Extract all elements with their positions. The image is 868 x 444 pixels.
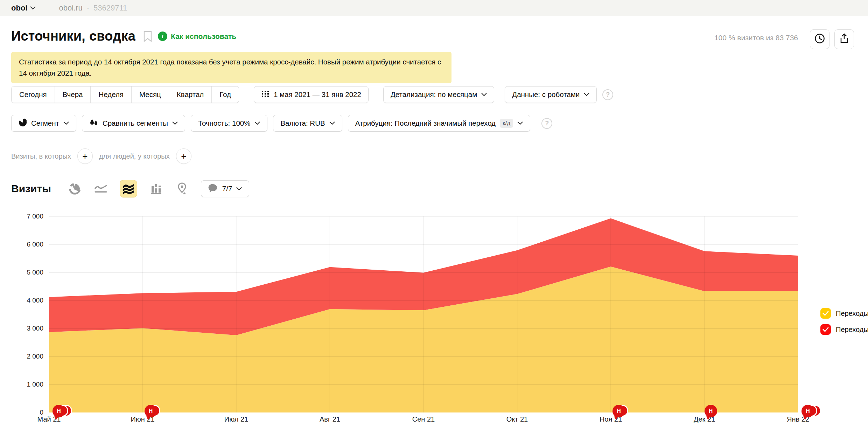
attribution-kd-badge: к/д: [500, 119, 513, 128]
map-view-button[interactable]: [175, 182, 189, 196]
visits-percentage-info: 100 % визитов из 83 736: [714, 34, 798, 42]
how-to-use-link[interactable]: i Как использовать: [158, 32, 236, 41]
note-badge-tail: [146, 416, 150, 420]
currency-dropdown[interactable]: Валюта: RUB: [273, 115, 342, 132]
page-title: Источники, сводка: [11, 29, 135, 44]
segment-pie-icon: [19, 118, 27, 129]
period-tab-2[interactable]: Неделя: [90, 86, 131, 103]
y-tick-label: 4 000: [10, 297, 43, 304]
period-tabs: СегодняВчераНеделяМесяцКварталГод: [11, 86, 239, 103]
x-tick-label: Авг 21: [320, 415, 340, 423]
counter-id: 53629711: [93, 4, 127, 13]
compare-segments-dropdown[interactable]: Сравнить сегменты: [82, 115, 185, 132]
y-tick-label: 1 000: [10, 381, 43, 388]
note-badge-icon[interactable]: Н: [145, 405, 157, 417]
site-domain[interactable]: oboi.ru: [59, 4, 82, 13]
accuracy-label: Точность: 100%: [198, 119, 250, 127]
period-tab-5[interactable]: Год: [211, 86, 239, 103]
info-icon: i: [158, 32, 167, 41]
chevron-down-icon: [30, 6, 36, 10]
note-badge-icon[interactable]: Н: [705, 405, 717, 417]
segment-label: Сегмент: [31, 119, 59, 127]
legend-checkbox-checked[interactable]: [820, 324, 831, 335]
y-tick-label: 3 000: [10, 325, 43, 332]
legend-item[interactable]: Переходы: [820, 324, 868, 335]
note-badge-tail: [614, 416, 618, 420]
chevron-down-icon: [236, 187, 242, 190]
chevron-down-icon: [584, 93, 589, 96]
attribution-label: Атрибуция: Последний значимый переход: [355, 119, 496, 127]
data-mode-label: Данные: с роботами: [512, 90, 580, 99]
y-tick-label: 7 000: [10, 213, 43, 220]
note-badge-tail: [706, 416, 710, 420]
clock-icon: [814, 33, 825, 46]
period-tab-0[interactable]: Сегодня: [12, 86, 55, 103]
stacked-area-view-button-selected[interactable]: [120, 180, 137, 197]
note-badge-tail: [54, 416, 58, 420]
bookmark-icon[interactable]: [143, 31, 152, 42]
legend-checkbox-checked[interactable]: [820, 308, 831, 319]
segment-dropdown[interactable]: Сегмент: [11, 115, 76, 132]
pie-chart-view-button[interactable]: [68, 182, 82, 196]
period-tab-1[interactable]: Вчера: [55, 86, 91, 103]
top-bar: oboi oboi.ru · 53629711: [0, 0, 868, 16]
chevron-down-icon: [517, 122, 523, 125]
x-tick-label: Сен 21: [412, 415, 435, 423]
attribution-notice-banner: Статистика за период до 14 октября 2021 …: [11, 52, 451, 83]
account-name: oboi: [11, 4, 27, 13]
export-share-icon: [839, 33, 849, 46]
date-range-label: 1 мая 2021 — 31 янв 2022: [274, 90, 361, 99]
bar-chart-view-button[interactable]: [149, 182, 163, 196]
note-badge-tail: [803, 416, 807, 420]
accuracy-dropdown[interactable]: Точность: 100%: [191, 115, 267, 132]
compare-segments-label: Сравнить сегменты: [103, 119, 168, 127]
detalization-dropdown[interactable]: Детализация: по месяцам: [383, 86, 494, 103]
currency-label: Валюта: RUB: [280, 119, 325, 127]
calendar-grid-icon: [261, 90, 270, 100]
x-tick-label: Окт 21: [506, 415, 528, 423]
speech-bubble-icon: [208, 183, 218, 194]
period-tab-4[interactable]: Квартал: [169, 86, 211, 103]
how-to-use-label: Как использовать: [171, 32, 236, 41]
note-badge-icon[interactable]: Н: [52, 405, 65, 417]
separator-dot: ·: [87, 4, 89, 13]
note-badge-icon[interactable]: Н: [802, 405, 814, 417]
chevron-down-icon: [481, 93, 487, 96]
help-icon[interactable]: ?: [602, 89, 613, 100]
attribution-dropdown[interactable]: Атрибуция: Последний значимый переход к/…: [348, 115, 531, 132]
period-tab-3[interactable]: Месяц: [131, 86, 169, 103]
annotations-dropdown[interactable]: 7/7: [201, 180, 250, 197]
y-tick-label: 2 000: [10, 353, 43, 360]
account-switcher[interactable]: oboi: [11, 4, 36, 13]
history-button[interactable]: [810, 29, 830, 49]
legend-label: Переходы: [836, 310, 868, 318]
legend-item[interactable]: Переходы: [820, 308, 868, 319]
legend-label: Переходы: [836, 326, 868, 334]
visits-condition-label: Визиты, в которых: [11, 152, 71, 160]
line-chart-view-button[interactable]: [94, 182, 108, 196]
chevron-down-icon: [329, 122, 335, 125]
annotations-count-label: 7/7: [222, 185, 232, 193]
compare-drops-icon: [89, 118, 98, 129]
data-mode-dropdown[interactable]: Данные: с роботами: [505, 86, 597, 103]
date-range-button[interactable]: 1 мая 2021 — 31 янв 2022: [254, 86, 369, 103]
detalization-label: Детализация: по месяцам: [391, 90, 477, 99]
add-visit-condition-button[interactable]: +: [77, 148, 93, 164]
note-badge-icon[interactable]: Н: [612, 405, 625, 417]
x-tick-label: Июл 21: [224, 415, 248, 423]
chevron-down-icon: [172, 122, 178, 125]
help-icon[interactable]: ?: [541, 118, 552, 129]
y-tick-label: 5 000: [10, 269, 43, 276]
export-button[interactable]: [834, 29, 854, 49]
chevron-down-icon: [63, 122, 69, 125]
add-people-condition-button[interactable]: +: [176, 148, 191, 164]
y-tick-label: 6 000: [10, 241, 43, 248]
chart-title: Визиты: [11, 183, 51, 195]
visits-stacked-area-chart[interactable]: [49, 216, 798, 412]
chevron-down-icon: [254, 122, 260, 125]
people-condition-label: для людей, у которых: [99, 152, 170, 160]
